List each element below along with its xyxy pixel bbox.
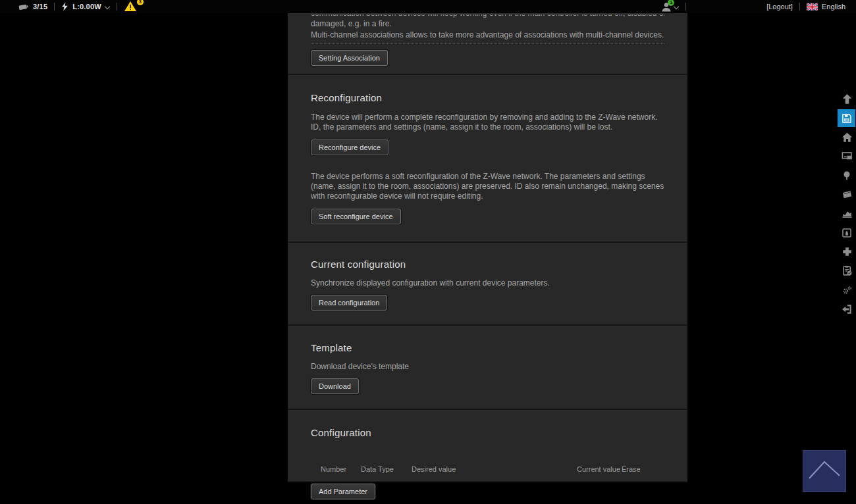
device-network-icon[interactable] (838, 147, 856, 166)
association-clipped-text: communication between devices will keep … (311, 14, 664, 18)
battery-icon (18, 3, 29, 11)
column-header-erase: Erase (622, 465, 641, 473)
current-configuration-section: Current configuration Synchronize displa… (288, 259, 687, 324)
home-icon[interactable] (838, 128, 856, 147)
uk-flag-icon (807, 3, 818, 11)
reconfiguration-description: The device will perform a complete recon… (311, 113, 664, 132)
reconfiguration-title: Reconfiguration (311, 92, 664, 103)
report-check-icon[interactable] (838, 261, 856, 280)
template-section: Template Download device's template Down… (288, 342, 687, 409)
language-selector[interactable]: English (807, 3, 845, 11)
topbar-separator (685, 3, 686, 11)
column-header-current-value: Current value (577, 465, 620, 473)
add-parameter-button[interactable]: Add Parameter (311, 484, 375, 499)
gears-icon[interactable] (838, 280, 856, 299)
dotted-separator (311, 43, 664, 44)
setting-association-button[interactable]: Setting Association (311, 50, 388, 66)
power-value: L:0.00W (72, 3, 101, 11)
topbar-separator (54, 3, 55, 11)
user-menu[interactable]: 1 (661, 2, 679, 12)
language-label: English (822, 3, 845, 11)
current-configuration-description: Synchronize displayed configuration with… (311, 278, 664, 288)
alerts-indicator[interactable]: 3 (124, 1, 140, 13)
user-badge: 1 (668, 0, 674, 6)
scroll-up-logo[interactable] (803, 450, 846, 492)
association-section: communication between devices will keep … (288, 13, 687, 74)
device-tabs-sidebar (838, 89, 856, 318)
association-text-damaged: damaged, e.g. in a fire. (311, 19, 664, 29)
configuration-section: Configuration Number Data Type Desired v… (288, 427, 687, 499)
save-icon[interactable] (838, 109, 855, 127)
current-configuration-title: Current configuration (311, 259, 664, 270)
association-text-multichannel: Multi-channel associations allows to tak… (311, 30, 664, 40)
battery-count: 3/15 (33, 3, 47, 11)
logout-link[interactable]: [Logout] (766, 3, 793, 11)
power-status[interactable]: L:0.00W (61, 2, 110, 11)
lightning-icon (61, 2, 68, 11)
section-divider (288, 409, 687, 411)
exit-icon[interactable] (838, 299, 856, 318)
download-template-button[interactable]: Download (311, 378, 359, 394)
configuration-table-header: Number Data Type Desired value Current v… (311, 465, 664, 474)
read-configuration-button[interactable]: Read configuration (311, 295, 387, 311)
warning-icon (124, 1, 137, 12)
section-divider (288, 241, 687, 243)
topbar-separator (799, 3, 800, 11)
soft-reconfiguration-description: The device performs a soft reconfigurati… (311, 172, 664, 201)
chevron-down-icon (674, 3, 679, 8)
chevron-down-icon (105, 3, 110, 8)
column-header-desired-value: Desired value (412, 465, 456, 473)
device-box-icon[interactable] (838, 223, 856, 242)
alerts-badge: 3 (137, 0, 144, 5)
device-configuration-panel: communication between devices will keep … (288, 13, 687, 482)
top-bar: 3/15 L:0.00W 3 1 [Logout] (0, 0, 856, 13)
soft-reconfigure-device-button[interactable]: Soft reconfigure device (311, 209, 401, 224)
tag-icon[interactable] (838, 185, 856, 204)
scroll-top-icon[interactable] (838, 89, 856, 109)
plus-icon[interactable] (838, 242, 856, 261)
peak-chevron-icon (803, 451, 845, 491)
reconfiguration-section: Reconfiguration The device will perform … (288, 92, 687, 241)
chart-icon[interactable] (838, 204, 856, 223)
configuration-title: Configuration (311, 427, 664, 438)
template-description: Download device's template (311, 362, 664, 372)
section-divider (288, 324, 687, 326)
column-header-number: Number (321, 465, 346, 473)
topbar-separator (117, 3, 117, 11)
template-title: Template (311, 342, 664, 353)
column-header-data-type: Data Type (361, 465, 394, 473)
reconfigure-device-button[interactable]: Reconfigure device (311, 139, 388, 155)
battery-status: 3/15 (18, 3, 47, 11)
section-divider (288, 74, 687, 76)
pin-icon[interactable] (838, 166, 856, 185)
